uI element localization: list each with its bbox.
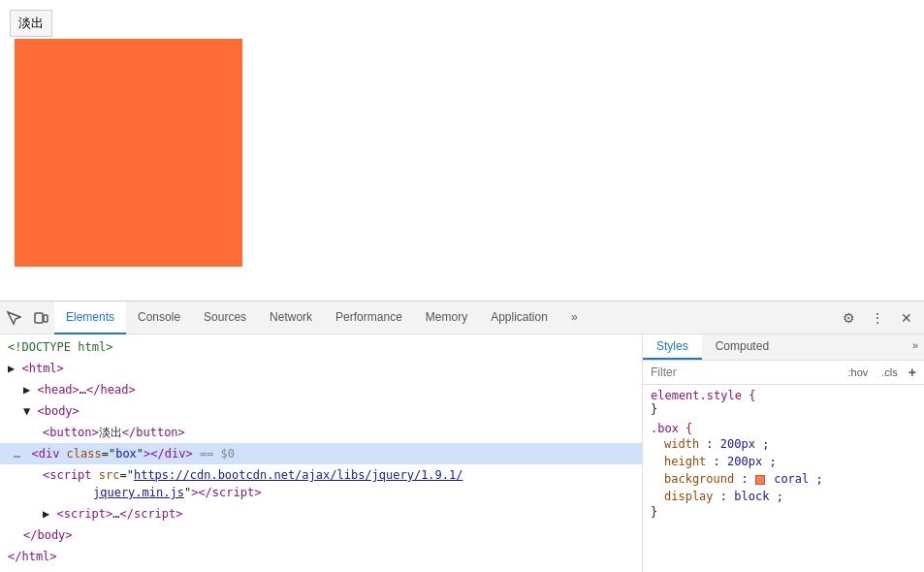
add-style-button[interactable]: + bbox=[905, 363, 920, 382]
dom-button[interactable]: <button>淡出</button> bbox=[0, 422, 642, 443]
box-width[interactable]: width : 200px ; bbox=[651, 435, 916, 453]
dom-panel[interactable]: <!DOCTYPE html> ▶ <html> ▶ <head>…</head… bbox=[0, 334, 643, 572]
device-toolbar-icon[interactable] bbox=[27, 304, 54, 332]
devtools-toolbar-right: ⚙ ⋮ ✕ bbox=[835, 304, 924, 332]
cls-button[interactable]: .cls bbox=[875, 364, 905, 381]
color-swatch-coral[interactable] bbox=[755, 475, 765, 485]
script-src-link2[interactable]: jquery.min.js bbox=[93, 486, 184, 499]
dom-div-box[interactable]: … <div class="box"></div> == $0 bbox=[0, 443, 642, 464]
styles-filter-bar: :hov .cls + bbox=[643, 361, 924, 385]
tab-application[interactable]: Application bbox=[479, 302, 559, 334]
styles-more-button[interactable]: » bbox=[907, 334, 924, 360]
html-triangle[interactable]: ▶ bbox=[8, 362, 15, 375]
box-selector: .box { bbox=[651, 422, 916, 435]
devtools-main: <!DOCTYPE html> ▶ <html> ▶ <head>…</head… bbox=[0, 334, 924, 572]
body-triangle[interactable]: ▼ bbox=[23, 404, 30, 418]
dom-body-open[interactable]: ▼ <body> bbox=[0, 400, 642, 422]
svg-rect-1 bbox=[44, 315, 48, 322]
devtools-panel: Elements Console Sources Network Perform… bbox=[0, 301, 924, 572]
box-rule: .box { width : 200px ; height : 200px ; bbox=[651, 422, 916, 519]
tab-console[interactable]: Console bbox=[126, 302, 192, 334]
tab-sources[interactable]: Sources bbox=[192, 302, 258, 334]
head-triangle[interactable]: ▶ bbox=[23, 383, 30, 397]
dom-script2[interactable]: ▶ <script>…</script> bbox=[0, 503, 642, 524]
script-src-link[interactable]: https://cdn.bootcdn.net/ajax/libs/jquery… bbox=[134, 468, 463, 482]
orange-box bbox=[15, 39, 242, 267]
close-devtools-icon[interactable]: ✕ bbox=[893, 304, 920, 332]
settings-icon[interactable]: ⚙ bbox=[835, 304, 862, 332]
box-close: } bbox=[651, 505, 916, 519]
dom-html-close: </html> bbox=[0, 546, 642, 567]
fade-button[interactable]: 淡出 bbox=[10, 10, 52, 37]
tab-performance[interactable]: Performance bbox=[324, 302, 414, 334]
element-style-selector: element.style { bbox=[651, 389, 916, 402]
tab-memory[interactable]: Memory bbox=[414, 302, 479, 334]
devtools-toolbar: Elements Console Sources Network Perform… bbox=[0, 302, 924, 334]
tab-network[interactable]: Network bbox=[258, 302, 324, 334]
box-background[interactable]: background : coral ; bbox=[651, 470, 916, 488]
styles-filter-input[interactable] bbox=[647, 364, 842, 381]
three-dots: … bbox=[14, 447, 20, 461]
dom-doctype: <!DOCTYPE html> bbox=[0, 336, 642, 358]
more-options-icon[interactable]: ⋮ bbox=[864, 304, 891, 332]
script-src-line2: jquery.min.js"></script> bbox=[43, 486, 261, 499]
hov-button[interactable]: :hov bbox=[842, 364, 876, 381]
tab-styles[interactable]: Styles bbox=[643, 334, 702, 360]
dom-html[interactable]: ▶ <html> bbox=[0, 358, 642, 379]
box-display[interactable]: display : block ; bbox=[651, 488, 916, 505]
dom-body-close: </body> bbox=[0, 524, 642, 546]
styles-panel: Styles Computed » :hov .cls + element.st… bbox=[643, 334, 924, 572]
styles-content[interactable]: element.style { } .box { width : 200px bbox=[643, 385, 924, 572]
tab-more[interactable]: » bbox=[559, 302, 589, 334]
styles-tabs: Styles Computed » bbox=[643, 334, 924, 361]
box-height[interactable]: height : 200px ; bbox=[651, 453, 916, 470]
svg-rect-0 bbox=[35, 313, 43, 323]
equals-marker: == $0 bbox=[200, 447, 235, 461]
element-style-rule: element.style { } bbox=[651, 389, 916, 416]
inspect-element-icon[interactable] bbox=[0, 304, 27, 332]
script2-triangle[interactable]: ▶ bbox=[43, 507, 49, 521]
tab-elements[interactable]: Elements bbox=[54, 302, 126, 334]
dom-head[interactable]: ▶ <head>…</head> bbox=[0, 379, 642, 400]
dom-script1[interactable]: <script src="https://cdn.bootcdn.net/aja… bbox=[0, 464, 642, 503]
page-area: 淡出 bbox=[0, 0, 924, 301]
element-style-close: } bbox=[651, 402, 916, 416]
tab-computed[interactable]: Computed bbox=[702, 334, 782, 360]
